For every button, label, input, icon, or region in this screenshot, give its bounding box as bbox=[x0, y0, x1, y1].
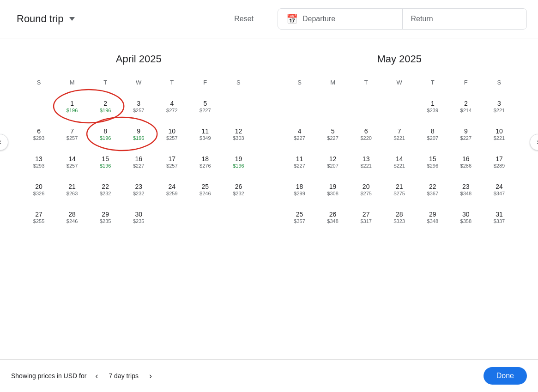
day-cell[interactable]: 23$232 bbox=[122, 175, 155, 203]
day-price: $348 bbox=[460, 191, 472, 196]
day-price: $235 bbox=[100, 218, 111, 224]
prev-duration-button[interactable]: ‹ bbox=[90, 369, 103, 382]
day-cell[interactable]: 5$227 bbox=[188, 92, 222, 120]
day-cell[interactable]: 2$196 bbox=[89, 92, 122, 120]
may-calendar: May 2025 SMTWTFS 1$2392$2143$2214$2275$2… bbox=[283, 53, 516, 231]
day-cell[interactable]: 12$207 bbox=[316, 148, 350, 175]
day-cell[interactable]: 12$303 bbox=[222, 120, 255, 148]
day-cell[interactable]: 9$227 bbox=[449, 120, 483, 148]
day-cell[interactable]: 26$348 bbox=[316, 203, 350, 231]
day-price: $326 bbox=[33, 191, 44, 196]
day-cell[interactable]: 3$257 bbox=[122, 92, 155, 120]
dropdown-arrow-icon bbox=[69, 17, 75, 21]
day-inner: 20$275 bbox=[351, 177, 381, 202]
day-cell[interactable]: 8$207 bbox=[416, 120, 449, 148]
day-inner: 23$348 bbox=[451, 177, 481, 202]
day-cell[interactable]: 4$227 bbox=[283, 120, 316, 148]
day-cell[interactable]: 8$196 bbox=[89, 120, 122, 148]
day-cell[interactable]: 7$221 bbox=[383, 120, 416, 148]
day-price: $235 bbox=[133, 218, 144, 224]
day-cell[interactable]: 23$348 bbox=[449, 175, 483, 203]
day-cell[interactable]: 2$214 bbox=[449, 92, 483, 120]
day-number: 18 bbox=[296, 183, 303, 190]
day-cell[interactable]: 18$299 bbox=[283, 175, 316, 203]
april-title: April 2025 bbox=[22, 53, 255, 65]
calendar-icon: 📅 bbox=[286, 13, 298, 24]
day-number: 17 bbox=[496, 155, 503, 163]
day-cell[interactable]: 10$257 bbox=[155, 120, 188, 148]
day-price: $257 bbox=[66, 135, 78, 141]
day-cell[interactable]: 17$257 bbox=[155, 148, 188, 175]
day-cell[interactable]: 30$235 bbox=[122, 203, 155, 231]
day-cell[interactable]: 14$221 bbox=[383, 148, 416, 175]
day-cell[interactable]: 13$293 bbox=[22, 148, 55, 175]
day-cell[interactable]: 22$367 bbox=[416, 175, 449, 203]
day-cell[interactable]: 17$289 bbox=[483, 148, 516, 175]
day-cell[interactable]: 16$286 bbox=[449, 148, 483, 175]
day-cell[interactable]: 1$239 bbox=[416, 92, 449, 120]
day-cell[interactable]: 15$296 bbox=[416, 148, 449, 175]
day-number: 13 bbox=[35, 155, 42, 163]
trip-type-selector[interactable]: Round trip bbox=[11, 10, 80, 28]
day-header-s: S bbox=[283, 76, 316, 92]
day-cell[interactable]: 18$276 bbox=[188, 148, 222, 175]
done-button[interactable]: Done bbox=[484, 367, 527, 385]
day-cell[interactable]: 26$232 bbox=[222, 175, 255, 203]
day-price: $337 bbox=[494, 218, 505, 224]
day-price: $221 bbox=[393, 135, 405, 141]
day-cell[interactable]: 10$221 bbox=[483, 120, 516, 148]
day-cell[interactable]: 11$349 bbox=[188, 120, 222, 148]
day-number: 6 bbox=[364, 127, 368, 135]
day-cell[interactable]: 5$227 bbox=[316, 120, 350, 148]
day-cell[interactable]: 25$357 bbox=[283, 203, 316, 231]
day-inner: 13$221 bbox=[351, 149, 381, 174]
day-cell[interactable]: 21$275 bbox=[383, 175, 416, 203]
day-cell[interactable]: 14$257 bbox=[55, 148, 89, 175]
day-cell[interactable]: 6$220 bbox=[350, 120, 383, 148]
departure-field[interactable]: 📅 Departure bbox=[278, 9, 403, 29]
day-cell[interactable]: 20$275 bbox=[350, 175, 383, 203]
day-number: 4 bbox=[170, 100, 174, 107]
day-cell[interactable]: 9$196 bbox=[122, 120, 155, 148]
day-price: $232 bbox=[233, 191, 244, 196]
day-price: $255 bbox=[33, 218, 44, 224]
day-inner: 19$196 bbox=[223, 149, 254, 174]
next-month-button[interactable]: › bbox=[530, 134, 538, 151]
day-inner: 21$263 bbox=[57, 177, 87, 202]
day-cell[interactable]: 13$221 bbox=[350, 148, 383, 175]
day-price: $196 bbox=[100, 163, 111, 169]
day-cell[interactable]: 29$348 bbox=[416, 203, 449, 231]
day-price: $317 bbox=[360, 218, 371, 224]
return-field[interactable]: Return bbox=[403, 9, 527, 29]
day-cell[interactable]: 1$196 bbox=[55, 92, 89, 120]
day-cell[interactable]: 22$232 bbox=[89, 175, 122, 203]
day-inner: 15$296 bbox=[417, 149, 448, 174]
day-cell[interactable]: 28$323 bbox=[383, 203, 416, 231]
day-cell[interactable]: 4$272 bbox=[155, 92, 188, 120]
day-number: 22 bbox=[429, 183, 436, 190]
day-cell[interactable]: 6$293 bbox=[22, 120, 55, 148]
day-cell[interactable]: 11$227 bbox=[283, 148, 316, 175]
day-cell[interactable]: 16$227 bbox=[122, 148, 155, 175]
day-cell[interactable]: 19$308 bbox=[316, 175, 350, 203]
next-duration-button[interactable]: › bbox=[144, 369, 157, 382]
day-cell[interactable]: 21$263 bbox=[55, 175, 89, 203]
day-cell[interactable]: 19$196 bbox=[222, 148, 255, 175]
day-price: $246 bbox=[199, 191, 211, 196]
day-cell[interactable]: 28$246 bbox=[55, 203, 89, 231]
day-cell[interactable]: 29$235 bbox=[89, 203, 122, 231]
reset-button[interactable]: Reset bbox=[229, 12, 259, 26]
day-cell[interactable]: 24$347 bbox=[483, 175, 516, 203]
day-inner: 29$235 bbox=[90, 205, 121, 229]
day-cell[interactable]: 25$246 bbox=[188, 175, 222, 203]
day-cell[interactable]: 27$317 bbox=[350, 203, 383, 231]
day-cell[interactable]: 7$257 bbox=[55, 120, 89, 148]
day-cell[interactable]: 15$196 bbox=[89, 148, 122, 175]
day-cell[interactable]: 24$259 bbox=[155, 175, 188, 203]
day-cell[interactable]: 20$326 bbox=[22, 175, 55, 203]
day-cell[interactable]: 30$358 bbox=[449, 203, 483, 231]
day-cell[interactable]: 31$337 bbox=[483, 203, 516, 231]
prev-month-button[interactable]: ‹ bbox=[0, 134, 8, 151]
day-cell[interactable]: 3$221 bbox=[483, 92, 516, 120]
day-cell[interactable]: 27$255 bbox=[22, 203, 55, 231]
